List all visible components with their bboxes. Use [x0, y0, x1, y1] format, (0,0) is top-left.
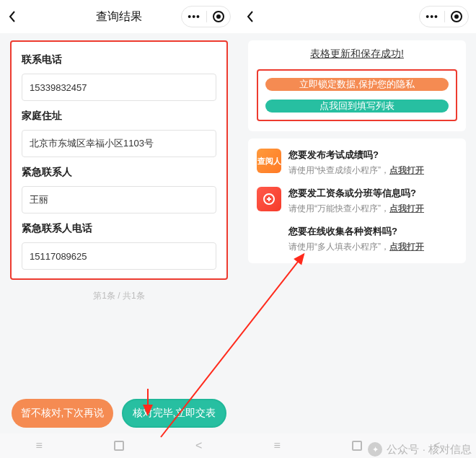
label-phone: 联系电话	[22, 53, 216, 66]
promo-sub: 请使用“多人填表小程序”，点我打开	[288, 241, 457, 253]
promo-icon-collect	[257, 225, 281, 250]
promo-card: 查阅人 您要发布考试成绩吗? 请使用“快查成绩小程序”，点我打开 您要发工资条或…	[248, 138, 466, 263]
nav-home-icon[interactable]	[352, 441, 362, 451]
back-icon[interactable]	[7, 9, 17, 24]
input-emergency-phone[interactable]: 15117089625	[22, 242, 216, 270]
back-icon[interactable]	[245, 9, 255, 24]
promo-item[interactable]: 查阅人 您要发布考试成绩吗? 请使用“快查成绩小程序”，点我打开	[257, 149, 457, 177]
promo-link[interactable]: 点我打开	[389, 242, 424, 252]
form-card: 联系电话 15339832457 家庭住址 北京市东城区幸福小区1103号 紧急…	[10, 40, 228, 280]
promo-title: 您要发工资条或分班等信息吗?	[288, 187, 457, 200]
submit-button[interactable]: 核对完毕,立即交表	[122, 399, 226, 428]
promo-sub: 请使用“快查成绩小程序”，点我打开	[288, 164, 457, 177]
promo-sub: 请使用“万能快查小程序”，点我打开	[288, 203, 457, 215]
nav-recents-icon[interactable]: ≡	[36, 439, 43, 452]
lock-data-button[interactable]: 立即锁定数据,保护您的隐私	[265, 78, 449, 91]
promo-item[interactable]: 您要在线收集各种资料吗? 请使用“多人填表小程序”，点我打开	[257, 225, 457, 253]
input-phone[interactable]: 15339832457	[22, 74, 216, 101]
promo-title: 您要在线收集各种资料吗?	[288, 225, 457, 238]
close-miniapp-icon[interactable]	[451, 11, 462, 22]
promo-link[interactable]: 点我打开	[389, 203, 424, 213]
promo-item[interactable]: 您要发工资条或分班等信息吗? 请使用“万能快查小程序”，点我打开	[257, 187, 457, 215]
close-miniapp-icon[interactable]	[213, 11, 224, 22]
promo-title: 您要发布考试成绩吗?	[288, 149, 457, 162]
wechat-icon: ✦	[368, 442, 382, 457]
label-emergency-phone: 紧急联系人电话	[22, 222, 216, 235]
promo-icon-exam: 查阅人	[257, 149, 281, 173]
more-icon[interactable]: •••	[188, 12, 200, 22]
watermark: ✦ 公众号 · 核对信息	[368, 442, 472, 457]
cancel-button[interactable]: 暂不核对,下次再说	[12, 399, 113, 428]
nav-back-icon[interactable]: <	[195, 439, 202, 452]
input-emergency-contact[interactable]: 王丽	[22, 186, 216, 213]
input-address[interactable]: 北京市东城区幸福小区1103号	[22, 130, 216, 157]
pagination-text: 第1条 / 共1条	[10, 290, 228, 302]
promo-icon-salary	[257, 187, 281, 211]
nav-recents-icon[interactable]: ≡	[274, 439, 281, 452]
label-emergency-contact: 紧急联系人	[22, 166, 216, 179]
label-address: 家庭住址	[22, 110, 216, 123]
back-to-list-button[interactable]: 点我回到填写列表	[265, 100, 449, 113]
more-icon[interactable]: •••	[426, 12, 438, 22]
success-text: 表格更新和保存成功!	[257, 48, 457, 61]
nav-home-icon[interactable]	[114, 441, 124, 451]
promo-link[interactable]: 点我打开	[389, 165, 424, 175]
annotation-arrow	[147, 389, 149, 415]
